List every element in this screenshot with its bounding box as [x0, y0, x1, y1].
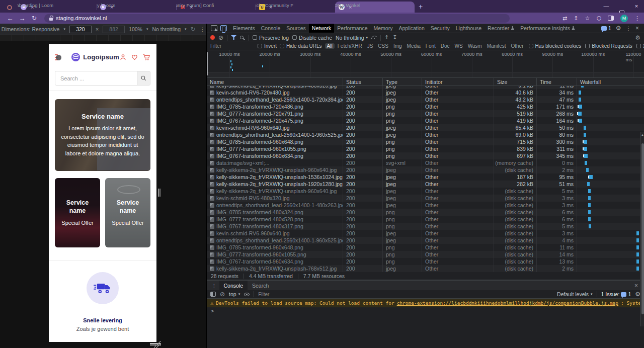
column-header-time[interactable]: Time — [537, 78, 577, 85]
issues-badge[interactable]: 1 — [601, 25, 611, 31]
request-row[interactable]: ontrendtips_shorthand_lead-2560x1400-1-9… — [207, 131, 644, 138]
request-row[interactable]: ontrendtips_shorthand_lead-2560x1400-1-9… — [207, 237, 644, 244]
devtools-tab-memory[interactable]: Memory — [370, 24, 395, 33]
share-icon[interactable]: ↥ — [574, 15, 578, 22]
reload-button[interactable]: ↻ — [28, 15, 40, 22]
cart-icon[interactable] — [142, 53, 150, 61]
device-toolbar-toggle-icon[interactable] — [220, 25, 227, 31]
site-logo[interactable]: Logoipsum — [71, 52, 119, 62]
network-overview-timeline[interactable]: 10000 ms20000 ms30000 ms40000 ms50000 ms… — [207, 50, 644, 78]
bookmark-star-icon[interactable]: ☆ — [585, 15, 590, 22]
search-network-icon[interactable] — [240, 36, 244, 39]
filter-icon[interactable] — [231, 35, 236, 40]
devtools-tab-console[interactable]: Console — [258, 24, 284, 33]
column-header-waterfall[interactable]: Waterfall — [577, 78, 640, 85]
hide-data-urls-checkbox[interactable]: Hide data URLs — [280, 43, 322, 49]
record-network-log-icon[interactable] — [210, 35, 215, 40]
filter-pill-all[interactable]: All — [325, 43, 335, 49]
forward-button[interactable]: → — [16, 15, 28, 22]
translate-icon[interactable]: ⇄ — [562, 15, 567, 22]
column-header-size[interactable]: Size — [494, 78, 537, 85]
new-tab-button[interactable]: + — [419, 3, 423, 11]
back-button[interactable]: ← — [4, 15, 16, 22]
column-header-status[interactable]: Status — [343, 78, 383, 85]
devtools-settings-icon[interactable]: ⚙ — [616, 25, 621, 32]
export-har-icon[interactable]: ↧ — [392, 34, 397, 41]
console-context-select[interactable]: top▾ — [229, 291, 240, 297]
filter-pill-doc[interactable]: Doc — [439, 43, 452, 49]
throttle-select[interactable]: No throttling — [152, 26, 181, 32]
request-row[interactable]: IMG_0777-transformed-960x1055.png200pngO… — [207, 145, 644, 152]
request-row[interactable]: kelly-sikkema-2q_frVRXWfQ-unsplash-1536x… — [207, 173, 644, 181]
browser-tab[interactable]: Library | Loom× — [97, 2, 176, 13]
browser-tab[interactable]: M[Bricks Community Forum] Confi× — [176, 2, 256, 13]
request-row[interactable]: ontrendtips_shorthand_lead-2560x1400-1-4… — [207, 202, 644, 209]
wishlist-heart-icon[interactable] — [131, 53, 138, 61]
network-settings-icon[interactable]: ⚙ — [635, 34, 640, 41]
request-row[interactable]: IMG_0785-transformed-960x648.png200pngOt… — [207, 138, 644, 145]
request-row[interactable]: IMG_0777-transformed-720x791.png200pngOt… — [207, 110, 644, 117]
request-row[interactable]: ontrendtips_shorthand_lead-2560x1400-1-7… — [207, 96, 644, 103]
filter-pill-css[interactable]: CSS — [376, 43, 390, 49]
request-row[interactable]: IMG_0777-transformed-480x528.png200pngOt… — [207, 216, 644, 223]
request-row[interactable]: kevin-schmid-RV6-720x480.jpg200jpegOther… — [207, 89, 644, 96]
address-bar[interactable]: staging.dmxwinkel.nl — [44, 14, 510, 23]
console-filter-input[interactable] — [258, 292, 553, 297]
browser-tab[interactable]: WHome - DMX Winkel× — [335, 2, 415, 13]
service-card[interactable]: Service name Special Offer — [105, 178, 150, 247]
filter-checkbox-has-blocked-cookies[interactable]: Has blocked cookies — [529, 43, 582, 49]
log-levels-select[interactable]: Default levels▾ — [557, 291, 593, 297]
request-row[interactable]: kevin-schmid-RV6-960x640.jpg200jpegOther… — [207, 230, 644, 237]
request-row[interactable]: IMG_0767-transformed-480x317.png200pngOt… — [207, 223, 644, 230]
devtools-tab-performance[interactable]: Performance — [334, 24, 370, 33]
close-window-button[interactable]: × — [629, 0, 644, 13]
request-row[interactable]: IMG_0785-transformed-720x486.png200pngOt… — [207, 103, 644, 110]
warning-link[interactable]: chrome-extension://liecbddmkiiihnedobmlm… — [397, 300, 618, 306]
inspect-element-icon[interactable] — [211, 25, 217, 31]
request-row[interactable]: kelly-sikkema-2q_frVRXWfQ-unsplash-1920x… — [207, 181, 644, 188]
filter-checkbox-blocked-requests[interactable]: Blocked Requests — [585, 43, 632, 49]
scroll-up-icon[interactable]: ▲ — [640, 133, 644, 136]
filter-pill-wasm[interactable]: Wasm — [466, 43, 484, 49]
drawer-menu-icon[interactable]: ⋮ — [209, 283, 219, 289]
filter-pill-ws[interactable]: WS — [453, 43, 465, 49]
devtools-tab-security[interactable]: Security — [428, 24, 453, 33]
search-input[interactable] — [55, 71, 137, 85]
column-header-type[interactable]: Type — [383, 78, 422, 85]
invert-checkbox[interactable]: Invert — [258, 43, 277, 49]
console-prompt[interactable]: > — [207, 307, 644, 315]
throttling-select[interactable]: No throttling▾ — [336, 35, 368, 41]
hamburger-menu-icon[interactable] — [55, 54, 58, 60]
browser-tab[interactable]: Start Loom Onboarding | Loom× — [17, 2, 97, 13]
viewport-resize-corner[interactable] — [154, 341, 161, 348]
side-panel-icon[interactable] — [608, 16, 614, 21]
devtools-tab-sources[interactable]: Sources — [283, 24, 309, 33]
viewport-width-input[interactable] — [69, 26, 92, 33]
request-row[interactable]: kelly-sikkema-2q_frVRXWfQ-unsplash-768x5… — [207, 265, 644, 272]
request-row[interactable]: IMG_0767-transformed-960x634.png200pngOt… — [207, 258, 644, 265]
filter-pill-js[interactable]: JS — [365, 43, 375, 49]
drawer-tab-search[interactable]: Search — [248, 281, 273, 291]
console-sidebar-icon[interactable] — [210, 292, 216, 297]
devtools-tab-network[interactable]: Network — [309, 24, 335, 33]
clear-network-log-icon[interactable]: ⊘ — [218, 34, 223, 41]
profile-avatar[interactable]: M — [620, 15, 628, 22]
request-row[interactable]: kelly-sikkema-2q_frVRXWfQ-unsplash-960x6… — [207, 188, 644, 195]
requests-scrollbar[interactable]: ▲ — [640, 132, 644, 326]
request-row[interactable]: kevin-schmid-RV6-480x320.jpg200jpegOther… — [207, 195, 644, 202]
minimize-button[interactable]: — — [599, 0, 614, 13]
preserve-log-checkbox[interactable]: Preserve log — [253, 35, 289, 41]
filter-pill-other[interactable]: Other — [509, 43, 525, 49]
column-header-initiator[interactable]: Initiator — [422, 78, 494, 85]
live-expression-icon[interactable] — [244, 293, 250, 296]
drawer-tab-console[interactable]: Console — [219, 281, 248, 291]
request-row[interactable]: IMG_0767-transformed-960x634.png200pngOt… — [207, 152, 644, 159]
filter-pill-media[interactable]: Media — [405, 43, 423, 49]
viewport-width-handle[interactable] — [158, 189, 160, 197]
filter-checkbox-3rd-party-requests[interactable]: 3rd-party requests — [636, 43, 644, 49]
clear-console-icon[interactable]: ⊘ — [220, 291, 225, 298]
request-row[interactable]: data:image/svg+xml;...200svg+xmlOther(me… — [207, 159, 644, 166]
disable-cache-checkbox[interactable]: Disable cache — [292, 35, 332, 41]
scrollbar-thumb[interactable] — [641, 143, 644, 314]
viewport-height-input[interactable] — [103, 26, 125, 33]
